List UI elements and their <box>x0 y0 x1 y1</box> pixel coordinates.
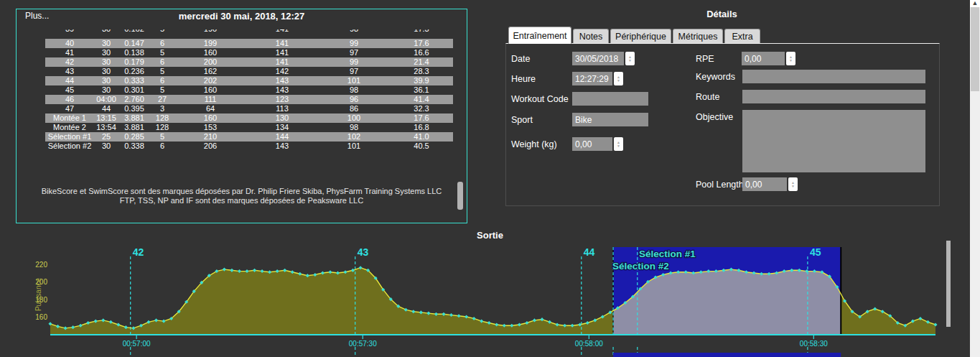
table-cell: 0.301 <box>118 85 150 95</box>
table-cell: 98 <box>318 123 390 132</box>
table-cell: 98 <box>318 85 390 95</box>
table-row[interactable]: 41300.13851601419716.6 <box>45 48 453 57</box>
table-cell: 6 <box>150 76 174 85</box>
table-row[interactable]: 45300.30151601439836.1 <box>45 85 453 95</box>
table-cell: 30 <box>94 85 118 95</box>
tab-notes[interactable]: Notes <box>573 29 609 43</box>
table-cell: 3.881 <box>118 123 150 132</box>
table-cell: 40 <box>45 39 94 48</box>
table-cell: 30 <box>94 39 118 48</box>
table-cell: 144 <box>246 132 318 142</box>
table-cell: 128 <box>150 123 174 132</box>
table-cell: 143 <box>246 85 318 95</box>
scrollbar-thumb[interactable] <box>971 7 979 91</box>
table-cell: 0.179 <box>118 57 150 67</box>
table-row[interactable]: 47440.3953641138632.3 <box>45 104 453 113</box>
table-cell: 130 <box>246 113 318 123</box>
interval-number-label: 43 <box>358 246 369 258</box>
table-cell: 30 <box>94 48 118 57</box>
table-cell: 41 <box>45 48 94 57</box>
y-axis-label: Puissance <box>34 277 42 311</box>
table-cell: 25 <box>94 132 118 142</box>
table-cell: 141 <box>246 57 318 67</box>
table-cell: 160 <box>174 113 246 123</box>
table-cell: 0.395 <box>118 104 150 113</box>
table-cell: 21.4 <box>390 57 453 67</box>
table-row[interactable]: Montée 213:543.8811281531349816.8 <box>45 123 453 132</box>
table-cell: 0.236 <box>118 67 150 76</box>
table-cell: 101 <box>318 76 390 85</box>
table-cell: 160 <box>174 85 246 95</box>
table-cell: 46 <box>45 95 94 104</box>
table-cell: 39.9 <box>390 76 453 85</box>
table-cell: 162 <box>174 67 246 76</box>
interval-number-label: 42 <box>133 246 144 258</box>
table-cell: 100 <box>318 113 390 123</box>
table-cell: 134 <box>246 123 318 132</box>
table-cell: 200 <box>174 57 246 67</box>
details-tab-pane <box>505 43 940 206</box>
table-cell: 40.5 <box>390 142 453 151</box>
table-cell: 41.0 <box>390 132 453 142</box>
power-plot[interactable]: 00:57:0000:57:3000:58:0000:58:3016018020… <box>0 226 980 357</box>
ride-chart[interactable]: Sortie 00:57:0000:57:3000:58:0000:58:301… <box>0 226 980 357</box>
table-cell: 97 <box>318 67 390 76</box>
table-cell: 102 <box>318 132 390 142</box>
tab-extra[interactable]: Extra <box>724 29 760 43</box>
app-window: Plus... mercredi 30 mai, 2018, 12:27 393… <box>0 0 980 357</box>
table-scrollbar-thumb[interactable] <box>457 182 463 210</box>
table-cell: 30 <box>94 57 118 67</box>
table-row[interactable]: Sélection #1250.285521014410241.0 <box>45 132 453 142</box>
table-row[interactable]: 42300.17962001419921.4 <box>45 57 453 67</box>
table-row[interactable]: 44300.333620214310139.9 <box>45 76 453 85</box>
table-cell: 3.881 <box>118 113 150 123</box>
table-row[interactable]: 43300.23651621429728.3 <box>45 67 453 76</box>
table-cell: 6 <box>150 39 174 48</box>
table-cell: 43 <box>45 67 94 76</box>
table-cell: 96 <box>318 95 390 104</box>
table-cell: 99 <box>318 57 390 67</box>
table-row[interactable]: 40300.14761991419917.6 <box>45 39 453 48</box>
tab-priphrique[interactable]: Périphérique <box>610 29 671 43</box>
table-cell: 17.6 <box>390 113 453 123</box>
x-tick-label: 00:58:00 <box>575 340 603 348</box>
table-cell: Montée 1 <box>45 113 94 123</box>
table-cell: 0.333 <box>118 76 150 85</box>
interval-number-label: 44 <box>584 246 595 258</box>
chart-title: Sortie <box>0 230 980 241</box>
table-cell: 13:54 <box>94 123 118 132</box>
table-cell: 0.147 <box>118 39 150 48</box>
table-cell: 44 <box>45 76 94 85</box>
table-cell: 199 <box>174 39 246 48</box>
table-cell: 97 <box>318 48 390 57</box>
trademark-note: BikeScore et SwimScore sont des marques … <box>17 187 467 205</box>
table-cell: 143 <box>246 142 318 151</box>
scroll-up-icon[interactable]: ▲ <box>970 0 980 7</box>
interval-summary-panel: Plus... mercredi 30 mai, 2018, 12:27 393… <box>16 9 467 223</box>
table-cell: 210 <box>174 132 246 142</box>
tab-mtriques[interactable]: Métriques <box>673 29 723 43</box>
table-cell: 0.285 <box>118 132 150 142</box>
table-row[interactable]: Montée 113:153.88112816013010017.6 <box>45 113 453 123</box>
y-tick-label: 220 <box>35 261 47 269</box>
tab-entranement[interactable]: Entraînement <box>508 27 571 44</box>
table-cell: 202 <box>174 76 246 85</box>
table-cell: 45 <box>45 85 94 95</box>
chart-slider-handle[interactable] <box>946 241 951 327</box>
table-cell: 141 <box>246 39 318 48</box>
table-cell: 2.760 <box>118 95 150 104</box>
table-row[interactable]: Sélection #2300.338620614310140.5 <box>45 142 453 151</box>
table-cell: 36.1 <box>390 85 453 95</box>
interval-number-label: 45 <box>810 246 821 258</box>
table-cell: 111 <box>174 95 246 104</box>
table-cell: Montée 2 <box>45 123 94 132</box>
table-row[interactable]: 4604:002.760271111239641.4 <box>45 95 453 104</box>
table-cell: 6 <box>150 57 174 67</box>
table-cell: 5 <box>150 132 174 142</box>
table-cell: 44 <box>94 104 118 113</box>
table-cell: 27 <box>150 95 174 104</box>
x-tick-label: 00:57:00 <box>123 340 151 348</box>
table-cell: 5 <box>150 48 174 57</box>
table-cell: 153 <box>174 123 246 132</box>
selection-label: Sélection #2 <box>612 261 669 272</box>
